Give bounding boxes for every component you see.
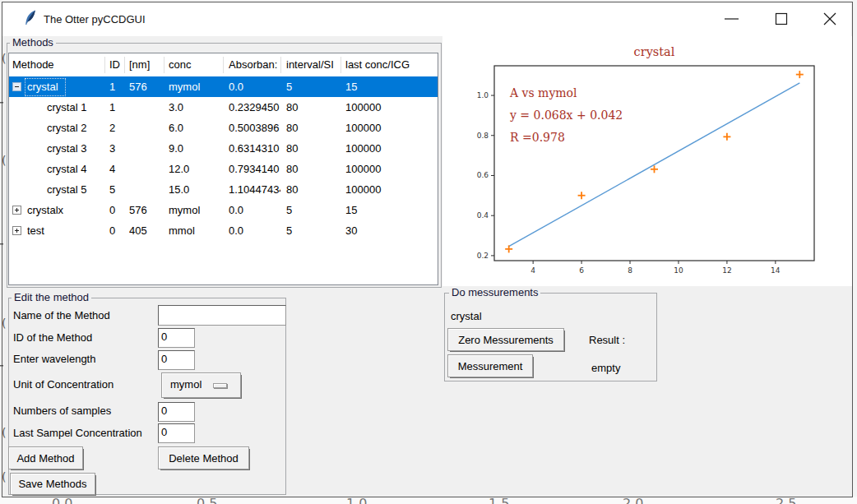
cell: 5 — [286, 76, 340, 97]
column-header-conc[interactable]: conc — [169, 53, 222, 76]
table-row-crystal-4[interactable]: crystal 4412.00.793414080100000 — [9, 159, 438, 179]
edit-method-groupbox-label: Edit the method — [12, 292, 91, 303]
cell: 80 — [286, 138, 340, 159]
cell: 100000 — [345, 97, 438, 118]
expand-icon[interactable] — [12, 226, 21, 235]
cell: 0.5003896 — [229, 118, 280, 138]
cell: 15 — [345, 200, 438, 220]
id-of-method-label: ID of the Method — [13, 331, 92, 344]
add-method-button[interactable]: Add Method — [8, 446, 83, 469]
cell: 15.0 — [169, 179, 223, 200]
column-header-methode[interactable]: Methode — [12, 53, 104, 76]
column-header-id[interactable]: ID — [109, 53, 123, 76]
cell: 6.0 — [169, 118, 223, 138]
cell: 5 — [286, 200, 340, 220]
column-header-interval-si[interactable]: interval/SI — [286, 53, 340, 76]
calibration-chart: 4681012140.20.40.60.81.0crystalA vs mymo… — [442, 36, 852, 286]
background-plot-strip — [0, 497, 857, 504]
cell: 0 — [109, 200, 124, 220]
close-button[interactable] — [821, 12, 839, 26]
cell: 3.0 — [169, 97, 223, 118]
svg-text:0.8: 0.8 — [477, 132, 489, 140]
cell: 0.6314310 — [229, 138, 280, 159]
minimize-button[interactable] — [722, 12, 740, 26]
cell: 3 — [109, 138, 124, 159]
cell: 100000 — [345, 138, 438, 159]
measurement-button[interactable]: Messurement — [447, 354, 533, 377]
expand-icon[interactable] — [12, 206, 21, 215]
table-row-crystal-3[interactable]: crystal 339.00.631431080100000 — [9, 138, 438, 159]
svg-text:4: 4 — [530, 266, 535, 275]
cell: 0.0 — [229, 76, 280, 97]
result-label: Result : — [589, 334, 625, 347]
unit-dropdown[interactable]: mymol — [161, 372, 241, 398]
svg-text:A vs mymol: A vs mymol — [509, 86, 577, 99]
cell: 0.7934140 — [229, 159, 280, 179]
name-of-method-input[interactable] — [158, 305, 286, 326]
delete-method-button[interactable]: Delete Method — [158, 446, 249, 469]
numbers-of-samples-input[interactable]: 0 — [158, 402, 195, 422]
wavelength-input[interactable]: 0 — [158, 350, 195, 370]
cell: 1 — [109, 97, 124, 118]
cell: test — [27, 220, 104, 241]
cell: 0.0 — [229, 200, 280, 220]
window-title: The Otter pyCCDGUI — [44, 13, 146, 25]
cell: 100000 — [345, 179, 438, 200]
cell: crystal 3 — [47, 138, 104, 159]
cell: 100000 — [345, 159, 438, 179]
unit-of-concentration-label: Unit of Concentration — [13, 378, 113, 391]
cell: 12.0 — [169, 159, 223, 179]
wavelength-label: Enter wavelength — [13, 353, 95, 366]
focus-rect — [25, 78, 66, 96]
zero-measurements-button[interactable]: Zero Messurements — [447, 328, 564, 351]
cell: crystal 4 — [47, 159, 104, 179]
cell: 576 — [129, 76, 164, 97]
svg-text:y = 0.068x + 0.042: y = 0.068x + 0.042 — [509, 109, 623, 122]
collapse-icon[interactable] — [12, 82, 21, 91]
cell: 80 — [286, 159, 340, 179]
table-row-crystal-1[interactable]: crystal 113.00.232945080100000 — [9, 97, 438, 118]
measurements-groupbox-label: Do messurements — [449, 287, 540, 298]
last-sample-concentration-label: Last Sampel Concentration — [13, 427, 142, 440]
cell: 1 — [109, 76, 124, 97]
svg-text:0.4: 0.4 — [477, 211, 489, 220]
numbers-of-samples-label: Numbers of samples — [13, 405, 111, 418]
table-row-crystalx[interactable]: crystalx0576mymol0.0515 — [9, 200, 438, 220]
cell: 15 — [345, 76, 438, 97]
dropdown-indicator-icon — [213, 383, 227, 388]
cell: crystalx — [27, 200, 104, 220]
cell: 2 — [109, 118, 124, 138]
column-separator — [340, 57, 341, 73]
cell: mymol — [169, 200, 223, 220]
save-methods-button[interactable]: Save Methods — [10, 473, 95, 495]
column-header-absorban-[interactable]: Absorban: — [229, 53, 280, 76]
column-separator — [124, 57, 125, 73]
cell: 5 — [286, 220, 340, 241]
table-row-test[interactable]: test0405mmol0.0530 — [9, 220, 438, 241]
svg-text:10: 10 — [674, 266, 683, 275]
methods-table[interactable]: MethodeID[nm]concAbsorban:interval/SIlas… — [8, 53, 438, 285]
id-of-method-input[interactable]: 0 — [158, 328, 195, 348]
cell: 405 — [129, 220, 164, 241]
svg-text:1.0: 1.0 — [477, 91, 489, 99]
svg-text:14: 14 — [771, 266, 781, 275]
cell: 30 — [345, 220, 438, 241]
methods-table-header[interactable]: MethodeID[nm]concAbsorban:interval/SIlas… — [9, 53, 438, 77]
table-row-crystal-2[interactable]: crystal 226.00.500389680100000 — [9, 118, 438, 138]
last-sample-concentration-input[interactable]: 0 — [158, 423, 195, 443]
table-row-crystal[interactable]: crystal1576mymol0.0515 — [9, 76, 438, 97]
chart-canvas: 4681012140.20.40.60.81.0crystalA vs mymo… — [442, 36, 852, 286]
column-header--nm-[interactable]: [nm] — [129, 53, 163, 76]
table-row-crystal-5[interactable]: crystal 5515.01.1044743480100000 — [9, 179, 438, 200]
cell: 80 — [286, 179, 340, 200]
cell: 576 — [129, 200, 164, 220]
cell: 4 — [109, 159, 124, 179]
column-separator — [223, 57, 224, 73]
cell: 0.2329450 — [229, 97, 280, 118]
svg-text:12: 12 — [722, 266, 731, 275]
methods-groupbox-label: Methods — [10, 37, 56, 49]
cell: 100000 — [345, 118, 438, 138]
svg-text:0.2: 0.2 — [477, 252, 489, 260]
maximize-button[interactable] — [772, 12, 790, 26]
column-header-last-conc-icg[interactable]: last conc/ICG — [345, 53, 437, 76]
